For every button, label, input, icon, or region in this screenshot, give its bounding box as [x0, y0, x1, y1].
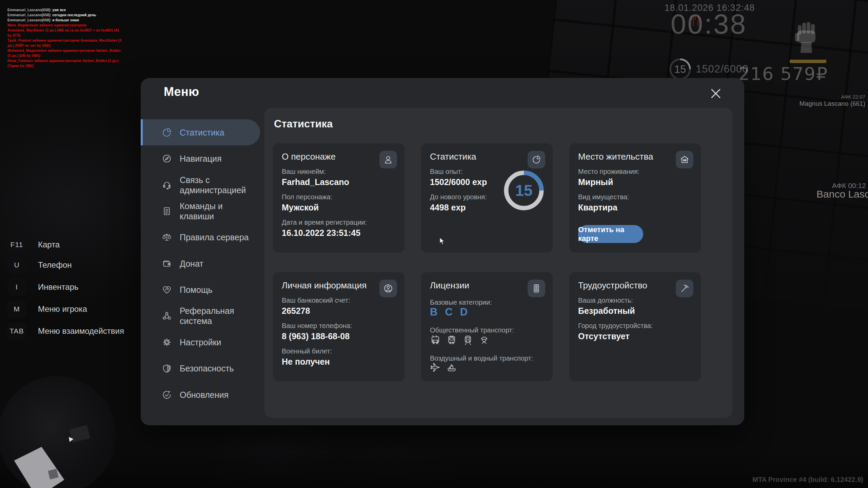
chat-message: я больше знаю [52, 18, 79, 22]
shield-icon [162, 363, 172, 373]
sidebar-item-help[interactable]: Помощь [141, 277, 263, 303]
field-label: Пол персонажа: [282, 193, 396, 201]
card-fields: Место проживания: Мирный Вид имущества: … [578, 168, 692, 212]
player-name: Banco Lascano (3 [816, 188, 868, 200]
field-label: Ваш банковский счет: [282, 297, 396, 304]
close-icon[interactable] [708, 85, 724, 102]
card-fields: Ваш никнейм: Farhad_Lascano Пол персонаж… [282, 168, 396, 238]
licenses-public-label: Общественный транспорт: [430, 326, 514, 334]
compass-icon [162, 154, 172, 164]
field-label: Город трудоустройства: [578, 322, 692, 330]
keybind-phone: U Телефон [7, 257, 72, 273]
chat-log: Emmanuel_Lascano[658]: уже все Emmanuel_… [7, 7, 121, 68]
mark-on-map-button[interactable]: Отметить на карте [578, 225, 643, 243]
player-name: Magnus Lascano (661) [764, 100, 865, 107]
sidebar-item-label: Правила сервера [180, 232, 254, 242]
referral-icon [162, 311, 172, 321]
sidebar-item-security[interactable]: Безопасность [141, 355, 263, 381]
armor-bar [790, 60, 826, 63]
level-value: 15 [515, 182, 532, 199]
wallet-icon [162, 259, 172, 269]
person-icon [379, 151, 397, 168]
sidebar-item-commands-keys[interactable]: Команды и клавиши [141, 198, 263, 224]
sidebar-item-label: Навигация [180, 154, 254, 164]
field-label: Ваш никнейм: [282, 168, 396, 176]
field-value: 8 (963) 188-68-08 [282, 331, 396, 341]
build-watermark: MTA Province #4 (build: 6.12422.9) [752, 476, 863, 484]
card-about-character: О персонаже Ваш никнейм: Farhad_Lascano … [273, 143, 405, 252]
sidebar-item-label: Помощь [180, 285, 254, 295]
field-value: Мирный [578, 177, 692, 187]
card-title: О персонаже [282, 151, 336, 162]
sidebar-item-admin-contact[interactable]: Связь с администрацией [141, 172, 263, 198]
ship-icon [446, 362, 457, 373]
plane-icon [430, 362, 441, 373]
id-card-icon [528, 280, 545, 297]
card-statistics: Статистика Ваш опыт: 1502/6000 exp До но… [421, 143, 553, 252]
card-title: Личная информация [282, 280, 367, 291]
sidebar-item-referral[interactable]: Реферальная система [141, 303, 263, 329]
field-value: Не получен [282, 357, 396, 367]
keybind-label: Телефон [38, 260, 72, 270]
commands-icon [162, 206, 172, 216]
chat-player-name: Emmanuel_Lascano[658]: [7, 8, 52, 12]
driver-icon [479, 334, 490, 345]
field-value: 265278 [282, 306, 396, 316]
card-employment: Трудоустройство Ваша должность: Безработ… [569, 272, 701, 381]
keybind-label: Карта [38, 240, 60, 249]
chat-message: уже все [52, 8, 66, 12]
menu-title: Меню [164, 85, 199, 99]
field-label: Место проживания: [578, 168, 692, 176]
sidebar-item-label: Статистика [180, 127, 254, 138]
field-value: Квартира [578, 203, 692, 212]
field-label: Дата и время регистрации: [282, 219, 396, 226]
tram-icon [446, 334, 457, 345]
home-icon [676, 151, 693, 168]
field-label: Вид имущества: [578, 193, 692, 201]
chat-player-name: Emmanuel_Lascano[658]: [7, 18, 52, 22]
player-nametag: АФК 22:07 Magnus Lascano (661) [764, 94, 865, 107]
sidebar-item-server-rules[interactable]: Правила сервера [141, 224, 263, 250]
sidebar-item-label: Команды и клавиши [180, 201, 254, 221]
sidebar-item-settings[interactable]: Настройки [141, 329, 263, 355]
hud-money: 216 579₽ [729, 64, 828, 84]
licenses-air-label: Воздушный и водный транспорт: [430, 354, 533, 362]
chat-ban-message: Tasik_Pyatsot забанен администратором An… [7, 38, 121, 48]
field-value: Мужской [282, 203, 396, 212]
field-value: Farhad_Lascano [282, 177, 396, 187]
sidebar-item-label: Реферальная система [180, 306, 254, 326]
keybind-player-menu: M Меню игрока [7, 301, 87, 318]
pie-chart-icon [162, 127, 172, 138]
keybind-interaction-menu: TAB Меню взаимодействия [7, 323, 124, 340]
licenses-categories-label: Базовые категории: [430, 299, 492, 306]
minimap [0, 376, 116, 488]
card-fields: Ваш банковский счет: 265278 Ваш номер те… [282, 297, 396, 367]
trolleybus-icon [430, 334, 441, 345]
minimap-block [69, 425, 90, 443]
hud-level-value: 15 [674, 63, 686, 75]
card-title: Статистика [430, 151, 476, 162]
card-personal-info: Личная информация Ваш банковский счет: 2… [273, 272, 405, 381]
card-title: Трудоустройство [578, 280, 647, 291]
keybind-label: Меню взаимодействия [38, 326, 124, 336]
section-title: Статистика [274, 118, 333, 130]
gear-icon [162, 337, 172, 347]
train-icon [462, 334, 473, 345]
sidebar-item-donate[interactable]: Донат [141, 250, 263, 277]
sidebar-item-navigation[interactable]: Навигация [141, 145, 263, 171]
handshake-icon [162, 285, 172, 295]
key-badge: M [7, 301, 26, 318]
pickaxe-icon [676, 280, 693, 297]
sidebar-item-updates[interactable]: Обновления [141, 382, 263, 408]
updates-icon [162, 390, 172, 400]
card-fields: Ваша должность: Безработный Город трудоу… [578, 297, 692, 341]
afk-timer: АФК 22:07 [764, 94, 865, 100]
keybind-inventory: I Инвентарь [7, 279, 79, 296]
background-floor-shade [0, 451, 868, 488]
keybind-label: Инвентарь [38, 282, 79, 292]
sidebar-item-statistics[interactable]: Статистика [141, 119, 260, 145]
game-screen: Emmanuel_Lascano[658]: уже все Emmanuel_… [0, 0, 868, 488]
card-residence: Место жительства Место проживания: Мирны… [569, 143, 701, 252]
chat-line: Emmanuel_Lascano[658]: сегодня последний… [7, 13, 121, 18]
card-title: Лицензии [430, 280, 469, 291]
